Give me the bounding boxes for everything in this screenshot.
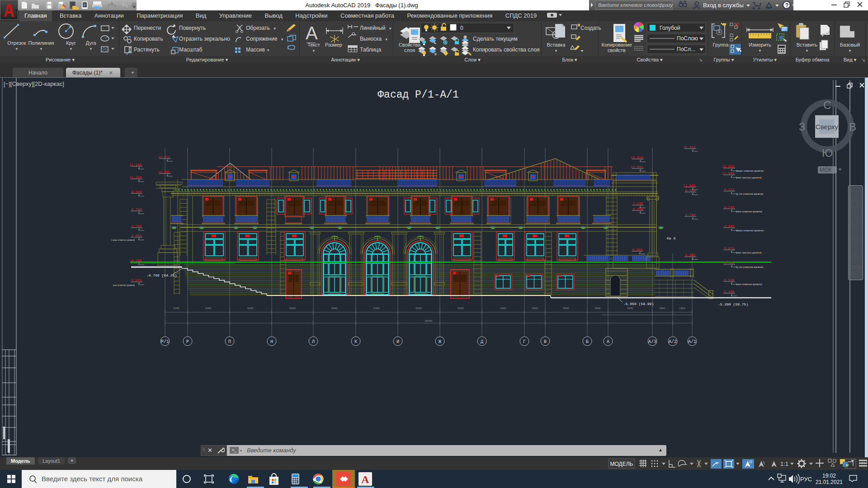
svg-text:6150: 6150 <box>173 307 179 310</box>
svg-text:Вход в службы: Вход в службы <box>703 2 744 9</box>
svg-text:Д: Д <box>481 339 483 344</box>
svg-text:Р: Р <box>186 339 189 344</box>
svg-text:6000: 6000 <box>458 307 464 310</box>
svg-text:6000: 6000 <box>289 307 296 310</box>
svg-text:(верх отметки кровли): (верх отметки кровли) <box>736 229 764 232</box>
svg-text:(низ чистого десяти): (низ чистого десяти) <box>736 251 762 254</box>
svg-text:Сверху: Сверху <box>816 123 839 131</box>
svg-text:К: К <box>354 339 357 344</box>
svg-text:(низ чистого десяти): (низ чистого десяти) <box>736 176 762 179</box>
svg-text:3000: 3000 <box>594 307 601 310</box>
svg-text:Н: Н <box>270 339 273 344</box>
svg-text:МОДЕЛЬ: МОДЕЛЬ <box>610 461 633 467</box>
svg-text:С: С <box>823 99 831 111</box>
svg-text:(низ отметки кровли): (низ отметки кровли) <box>736 210 762 213</box>
svg-text:60000: 60000 <box>425 319 433 322</box>
svg-text:6000: 6000 <box>247 307 254 310</box>
svg-text:(у-ля отметка кровли): (у-ля отметка кровли) <box>736 266 763 268</box>
svg-text:0: 0 <box>460 25 463 31</box>
svg-text:Р-1: Р-1 <box>332 249 337 252</box>
svg-text:Р/1: Р/1 <box>161 339 169 344</box>
svg-text:А: А <box>306 23 318 43</box>
svg-text:МСК: МСК <box>820 167 831 173</box>
svg-text:Введите ключевое слово/фразу: Введите ключевое слово/фразу <box>598 2 674 8</box>
svg-text:Р-1: Р-1 <box>418 249 423 252</box>
svg-text:Р-1: Р-1 <box>375 249 380 252</box>
svg-text:2960: 2960 <box>659 307 665 310</box>
svg-text:Голубой: Голубой <box>660 25 680 31</box>
svg-text:Б: Б <box>586 339 589 344</box>
svg-text:6000: 6000 <box>415 307 422 310</box>
svg-text:Л: Л <box>311 339 315 344</box>
svg-text:6000: 6000 <box>373 307 380 310</box>
svg-text:(-еще отметка уровня): (-еще отметка уровня) <box>111 239 135 241</box>
svg-text:ПоСлою: ПоСлою <box>677 35 698 42</box>
svg-text:Кв 6: Кв 6 <box>667 236 675 240</box>
svg-text:(низ отметки уровня): (низ отметки уровня) <box>113 284 135 286</box>
svg-text:А: А <box>607 339 609 344</box>
svg-text:П: П <box>228 339 231 344</box>
svg-text:6000: 6000 <box>331 307 338 310</box>
svg-text:И: И <box>396 339 399 344</box>
svg-text:РУС: РУС <box>800 476 812 483</box>
svg-text:Введите здесь текст для поиска: Введите здесь текст для поиска <box>42 475 143 483</box>
svg-text:(верх отметки кровли): (верх отметки кровли) <box>736 169 764 172</box>
svg-text:6000: 6000 <box>563 307 569 310</box>
svg-text:В: В <box>849 121 856 133</box>
svg-text:3000: 3000 <box>532 307 538 310</box>
svg-text:Фасад Р/1-А/1: Фасад Р/1-А/1 <box>377 89 458 101</box>
svg-text:6000: 6000 <box>205 307 212 310</box>
svg-text:Г: Г <box>523 339 526 344</box>
svg-text:Ю: Ю <box>822 147 833 159</box>
svg-text:1500: 1500 <box>679 307 685 310</box>
svg-text:А/3: А/3 <box>648 339 656 344</box>
svg-text:В: В <box>544 339 547 344</box>
svg-text:6000: 6000 <box>500 307 506 310</box>
svg-text:З: З <box>799 121 806 133</box>
svg-text:6000: 6000 <box>627 307 633 310</box>
svg-text:-5.050 (59.99): -5.050 (59.99) <box>623 302 654 306</box>
svg-text:(у-ля отметка кровли): (у-ля отметка кровли) <box>736 192 763 195</box>
svg-text:1:1: 1:1 <box>780 460 788 467</box>
svg-text:Ж: Ж <box>439 339 441 344</box>
svg-text:ПоСл...: ПоСл... <box>677 46 695 52</box>
svg-text:19:02: 19:02 <box>822 473 836 479</box>
svg-text:А/1: А/1 <box>688 339 696 344</box>
svg-text:-0.700 [64.25]: -0.700 [64.25] <box>146 273 177 277</box>
svg-text:21.01.2021: 21.01.2021 <box>816 479 843 485</box>
svg-text:А/2: А/2 <box>669 339 677 344</box>
svg-text:A: A <box>361 474 369 485</box>
svg-text:(низ отметки кровли): (низ отметки кровли) <box>736 283 762 286</box>
svg-text:-5.290 (59.75): -5.290 (59.75) <box>718 302 748 306</box>
svg-text:?: ? <box>785 2 788 9</box>
